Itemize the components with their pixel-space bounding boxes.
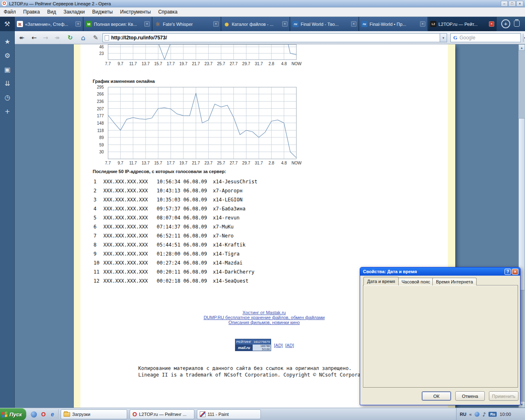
dialog-tab-page	[363, 285, 518, 388]
system-tray: RU « ♪ Ru 10:00	[456, 408, 525, 420]
tab-close-icon[interactable]: ×	[282, 21, 288, 27]
tray-volume-icon[interactable]: ♪	[482, 411, 486, 418]
quicklaunch-opera-icon[interactable]: O	[39, 410, 48, 418]
url-input[interactable]	[111, 35, 440, 41]
vote-row: 6XXX.XXX.XXX.XXX07:14:37 06.08.09x7-MuKu	[94, 222, 257, 231]
tab-katalog-failov[interactable]: ● Каталог файлов - ... ×	[221, 17, 290, 31]
tray-chevron-icon[interactable]: «	[469, 412, 472, 417]
tab-timezone[interactable]: Часовой пояс	[398, 278, 434, 285]
tab-date-time[interactable]: Дата и время	[363, 277, 399, 285]
task-l2top-opera[interactable]: O L2TOP.ru — Рейтинг ...	[130, 409, 194, 419]
tab-final-world[interactable]: ru Final World - Тво... ×	[290, 17, 359, 31]
tab-fates-whisper[interactable]: ☼ Fate's Whisper ×	[153, 17, 221, 31]
x-axis-label: 15.7	[154, 62, 162, 66]
menu-bookmarks[interactable]: Закладки	[60, 7, 89, 17]
address-bar: ↞ ← → ↠ ↻ ⌂ ✎ ▼ G ▼	[0, 31, 525, 44]
tab-close-icon[interactable]: ×	[144, 21, 150, 27]
back-button[interactable]: ←	[29, 33, 39, 43]
x-axis-label: 2.8	[269, 161, 274, 165]
task-paint[interactable]: 111 - Paint	[197, 409, 261, 419]
tab-close-icon[interactable]: ×	[213, 21, 219, 27]
url-dropdown-icon[interactable]: ▼	[440, 34, 447, 42]
quicklaunch-explorer-icon[interactable]: e	[48, 410, 57, 418]
vote-row: 11XXX.XXX.XXX.XXX00:20:11 06.08.09x14-Da…	[94, 267, 257, 276]
ok-button[interactable]: ОК	[422, 391, 451, 401]
start-button[interactable]: Пуск	[0, 408, 26, 420]
tray-network-icon[interactable]	[475, 412, 479, 417]
tab-close-icon[interactable]: ×	[489, 21, 494, 27]
menu-tools[interactable]: Инструменты	[116, 7, 155, 17]
fast-forward-button[interactable]: ↠	[52, 33, 62, 43]
counter-num2: 186788	[260, 345, 270, 348]
x-axis-label: 7.7	[105, 161, 111, 165]
y-axis-label: 46	[99, 45, 104, 49]
tab-close-icon[interactable]: ×	[351, 21, 356, 27]
votes-list: 1XXX.XXX.XXX.XXX10:56:34 06.08.09x14-Jes…	[94, 177, 257, 285]
windows-panel-icon[interactable]: ▣	[0, 63, 15, 75]
x-axis-label: 19.7	[179, 161, 187, 165]
transfers-icon[interactable]: ⇊	[0, 77, 15, 89]
menu-help[interactable]: Справка	[155, 7, 181, 17]
tray-clock[interactable]: 10:00	[500, 412, 511, 417]
ad-link[interactable]: [AD]	[285, 343, 294, 348]
y-axis-label: 89	[99, 135, 104, 139]
ad-link[interactable]: [AD]	[274, 343, 283, 348]
tab-internet-time[interactable]: Время Интернета	[432, 278, 477, 285]
history-clock-icon[interactable]: ◷	[0, 91, 15, 103]
close-button[interactable]: ×	[516, 1, 523, 7]
scroll-up-icon[interactable]: ▲	[518, 44, 525, 51]
tab-zatmenie[interactable]: R «Затмение», Стеф... ×	[15, 17, 83, 31]
rewind-button[interactable]: ↞	[16, 33, 27, 43]
y-axis-label: 30	[99, 150, 104, 154]
x-axis-label: 23.7	[205, 161, 212, 165]
scrollbar-thumb[interactable]	[518, 118, 525, 290]
tab-favicon: L2	[430, 21, 436, 27]
new-tab-button[interactable]: +	[501, 19, 510, 28]
maximize-button[interactable]: □	[509, 1, 516, 7]
panels-toggle-wrench-icon[interactable]: ⚒	[0, 17, 15, 31]
menu-file[interactable]: Файл	[0, 7, 20, 17]
menu-view[interactable]: Вид	[43, 7, 60, 17]
quicklaunch-globe-icon[interactable]	[30, 410, 38, 418]
bookmarks-star-icon[interactable]: ★	[0, 35, 15, 48]
note-button[interactable]: ✎	[90, 33, 101, 43]
apply-button[interactable]: Применить	[489, 391, 518, 401]
x-axis-label: 15.7	[154, 161, 162, 165]
task-downloads[interactable]: Загрузки	[61, 409, 127, 419]
reload-button[interactable]: ↻	[65, 33, 75, 43]
widgets-gear-icon[interactable]: ⚙	[0, 49, 15, 62]
tab-close-icon[interactable]: ×	[75, 21, 81, 27]
tab-close-icon[interactable]: ×	[420, 21, 425, 27]
tab-final-world-2[interactable]: ru Final-World • Пр... ×	[359, 17, 428, 31]
minimize-button[interactable]: –	[501, 1, 508, 7]
menu-widgets[interactable]: Виджеты	[89, 7, 116, 17]
search-dropdown-icon[interactable]: ▼	[523, 34, 525, 42]
taskbar: Пуск O e Загрузки O L2TOP.ru — Рейтинг .…	[0, 408, 525, 420]
window-titlebar[interactable]: O L2TOP.ru — Рейтинг Серверов Lineage 2 …	[0, 0, 525, 7]
x-axis-label: 31.7	[255, 161, 262, 165]
tab-polnaya-versiya[interactable]: M Полная версия: Кв... ×	[84, 17, 152, 31]
mailru-counter[interactable]: РЕЙТИНГ 161275679 mail.ru 186788 50166	[235, 339, 271, 351]
closed-tabs-trash-icon[interactable]	[514, 21, 520, 27]
url-field[interactable]: ▼	[103, 33, 447, 42]
x-axis-label: 4.8	[281, 161, 287, 165]
add-panel-icon[interactable]: +	[0, 105, 15, 117]
dialog-close-button[interactable]: ×	[512, 269, 518, 275]
datetime-dialog: Свойства: Дата и время ? × Дата и время …	[360, 267, 520, 405]
menu-edit[interactable]: Правка	[20, 7, 44, 17]
dialog-help-button[interactable]: ?	[504, 269, 511, 275]
dialog-title: Свойства: Дата и время	[363, 269, 417, 274]
search-field[interactable]: G ▼	[450, 33, 521, 42]
tab-favicon: ru	[292, 21, 299, 27]
dialog-titlebar[interactable]: Свойства: Дата и время ? ×	[360, 267, 520, 276]
search-input[interactable]	[459, 35, 523, 41]
online-chart	[108, 87, 297, 159]
x-axis-label: 25.7	[217, 62, 225, 66]
x-axis-label: 11.7	[129, 161, 137, 165]
language-indicator[interactable]: RU	[460, 412, 466, 417]
tray-language-icon[interactable]: Ru	[488, 412, 497, 417]
cancel-button[interactable]: Отмена	[455, 391, 485, 401]
home-button[interactable]: ⌂	[78, 33, 89, 43]
tab-l2top-active[interactable]: L2 L2TOP.ru — Рейт... ×	[428, 17, 497, 31]
forward-button[interactable]: →	[40, 33, 51, 43]
